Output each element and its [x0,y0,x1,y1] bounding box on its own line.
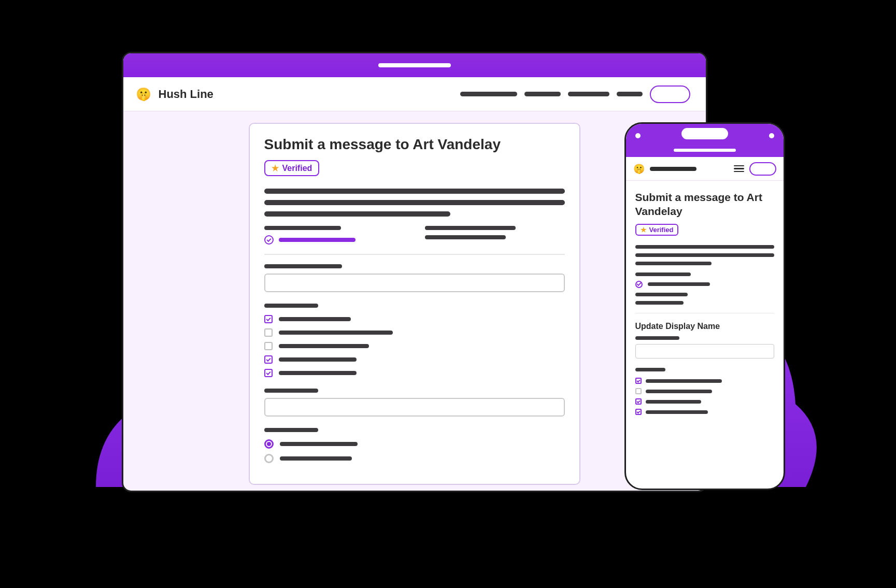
verified-check-icon [635,281,643,288]
meta-line [635,293,688,296]
logo-icon: 🤫 [633,163,645,175]
mobile-statusbar [626,124,784,157]
option-label [280,442,358,446]
mobile-grip [674,149,736,152]
text-input[interactable] [264,398,565,417]
window-titlebar[interactable] [123,53,706,77]
checkbox-option[interactable] [264,315,565,323]
checkbox-option[interactable] [264,328,565,337]
page-title: Submit a message to Art Vandelay [264,136,565,153]
verified-badge: ★ Verified [264,160,320,176]
brand-name-placeholder [650,167,696,171]
status-dot [769,133,774,138]
checkbox-icon [635,398,642,405]
description-line [635,262,712,265]
description-line [635,245,774,249]
brand-name: Hush Line [159,88,214,101]
star-icon: ★ [641,226,647,234]
page-title: Submit a message to Art Vandelay [635,190,774,219]
description-line [264,211,451,217]
checkbox-option[interactable] [264,369,565,377]
nav-item[interactable] [524,92,561,96]
option-label [646,400,701,404]
description-line [264,200,565,205]
meta-line [264,226,342,230]
verified-label: Verified [282,164,312,173]
verified-label: Verified [649,226,674,234]
checkbox-icon [264,342,273,350]
verified-check-icon [264,235,274,245]
checkbox-option[interactable] [264,355,565,364]
nav-item[interactable] [617,92,643,96]
radio-option[interactable] [264,454,565,463]
meta-line [635,301,684,305]
meta-line [635,273,691,276]
nav-item[interactable] [568,92,609,96]
nav-cta-button[interactable] [749,162,776,176]
checkbox-option[interactable] [635,388,774,394]
divider [635,313,774,314]
checkbox-option[interactable] [264,342,565,350]
star-icon: ★ [272,163,279,173]
mobile-window: 🤫 Submit a message to Art Vandelay ★ Ver… [624,122,785,490]
verified-badge: ★ Verified [635,224,679,236]
option-label [279,344,369,348]
text-input[interactable] [635,344,774,358]
submit-card: Submit a message to Art Vandelay ★ Verif… [249,123,580,485]
logo-icon: 🤫 [136,87,151,102]
status-label [648,282,710,286]
section-heading: Update Display Name [635,322,774,331]
group-label [264,304,318,308]
status-row [264,235,404,245]
checkbox-icon [264,369,273,377]
checkbox-icon [635,378,642,384]
option-label [279,357,357,362]
radio-icon [264,454,274,463]
group-label [264,428,318,432]
option-label [279,317,351,321]
status-dot [635,133,641,138]
checkbox-option[interactable] [635,398,774,405]
status-row [635,281,774,288]
radio-option[interactable] [264,439,565,449]
option-label [646,410,708,414]
checkbox-icon [264,355,273,364]
checkbox-icon [635,388,642,394]
field-label [635,336,680,340]
nav-item[interactable] [460,92,517,96]
option-label [280,456,352,461]
checkbox-option[interactable] [635,378,774,384]
app-header: 🤫 Hush Line [123,77,706,111]
menu-icon[interactable] [734,165,744,173]
window-grip [378,63,451,67]
nav-cta-button[interactable] [650,85,690,103]
option-label [279,331,393,335]
description-line [635,253,774,257]
radio-icon [264,439,274,449]
checkbox-option[interactable] [635,409,774,415]
desktop-window: 🤫 Hush Line Submit a message to Art Vand… [122,52,707,492]
checkbox-icon [635,409,642,415]
description-line [264,189,565,194]
option-label [279,371,357,375]
option-label [646,379,722,383]
option-label [646,390,713,393]
notch [681,128,728,139]
field-label [264,264,343,268]
meta-line [425,226,516,230]
group-label [635,368,666,371]
text-input[interactable] [264,274,565,292]
mobile-header: 🤫 [626,157,784,181]
checkbox-icon [264,315,273,323]
checkbox-icon [264,328,273,337]
status-label [279,238,356,242]
meta-line [425,235,506,239]
field-label [264,389,318,393]
divider [264,254,565,255]
